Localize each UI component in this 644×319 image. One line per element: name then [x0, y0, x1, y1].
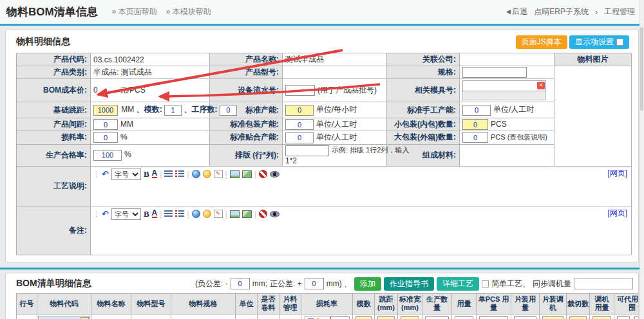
category-value: 半成品: 测试成品	[91, 66, 210, 79]
list-icon[interactable]	[175, 210, 184, 217]
std-capacity-input[interactable]	[285, 105, 314, 116]
drag-handle-icon: ⋮	[93, 210, 99, 217]
modulus-input[interactable]	[164, 105, 182, 116]
bom-column-header: 用量	[452, 293, 477, 314]
serial-hint: (用于产成品批号)	[317, 86, 377, 95]
note-webpage-link[interactable]: [网页]	[607, 208, 627, 219]
spec-input[interactable]	[462, 67, 527, 78]
back-link[interactable]: ◄后退	[504, 6, 527, 17]
process-count-input[interactable]	[220, 105, 237, 116]
list-icon[interactable]	[175, 170, 184, 178]
module-help-link[interactable]: » 本模块帮助	[166, 6, 211, 17]
font-size-select[interactable]: 字号	[111, 169, 141, 180]
material-model-cell	[131, 314, 171, 319]
note-editor-toolbar: ⋮ ↶ 字号 B A | | ✎ | |	[91, 206, 631, 221]
bom-column-header: 模数	[353, 293, 375, 314]
bom-column-header: 物料代码	[37, 293, 91, 314]
base-pitch-input[interactable]	[93, 105, 118, 116]
spec-label: 规格:	[387, 66, 460, 79]
page-js-script-button[interactable]: 页面JS脚本	[516, 35, 567, 49]
material-composition-value	[460, 144, 554, 166]
bom-column-header: 裁切数	[567, 293, 590, 314]
sheet-adjust-input[interactable]	[542, 316, 564, 319]
simple-craft-label: 简单工艺、	[491, 278, 530, 289]
pass-rate-input[interactable]	[93, 150, 122, 161]
production-qty-input[interactable]	[425, 316, 449, 319]
simple-craft-checkbox[interactable]	[482, 280, 489, 287]
serial-input[interactable]	[285, 85, 315, 96]
emoji-icon[interactable]	[203, 210, 211, 218]
preview-eye-icon[interactable]	[270, 211, 279, 217]
undo-icon[interactable]: ↶	[102, 210, 109, 218]
loss-mode-select[interactable]: 固定	[305, 316, 330, 319]
display-settings-button[interactable]: 显示项设置	[569, 35, 629, 49]
sheet-managed-cell: 0	[279, 314, 301, 319]
insert-image-icon[interactable]	[230, 210, 240, 218]
font-color-icon[interactable]: A	[152, 170, 158, 178]
bom-cost-label: BOM成本价:	[17, 79, 91, 102]
align-icon[interactable]	[164, 170, 173, 178]
display-settings-checkbox[interactable]	[616, 39, 623, 46]
sheet-usage-input[interactable]	[514, 316, 536, 319]
bom-column-header: 损耗率	[301, 293, 353, 314]
scrollbar-thumb[interactable]	[640, 27, 643, 111]
add-button[interactable]: 添加	[354, 277, 381, 291]
font-color-icon[interactable]: A	[152, 210, 158, 218]
page-title: 物料BOM清单信息	[6, 5, 98, 19]
upload-image-icon[interactable]	[242, 210, 252, 218]
breadcrumb-system[interactable]: 点晴ERP子系统	[534, 6, 589, 17]
breadcrumb-module[interactable]: 工程管理	[604, 6, 635, 17]
upload-image-icon[interactable]	[242, 170, 252, 178]
sync-adjust-input[interactable]	[574, 278, 633, 289]
block-icon[interactable]	[259, 170, 267, 178]
material-code-field[interactable]	[38, 316, 90, 319]
substitute-to-input[interactable]	[634, 316, 639, 319]
loss-rate-input[interactable]	[93, 132, 118, 143]
page-help-link[interactable]: » 本页面帮助	[112, 6, 157, 17]
substitute-from-input[interactable]	[617, 316, 630, 319]
bold-icon[interactable]: B	[144, 169, 149, 179]
block-icon[interactable]	[259, 210, 267, 218]
craft-editor[interactable]: [网页] ⋮ ↶ 字号 B A | | ✎ | |	[91, 166, 632, 206]
mold-number-display	[462, 91, 546, 100]
work-instruction-button[interactable]: 作业指导书	[384, 277, 434, 291]
detailed-craft-button[interactable]: 详细工艺	[437, 277, 479, 291]
spacing-input[interactable]	[93, 119, 118, 130]
pcs-usage-input[interactable]	[479, 316, 508, 319]
font-size-select[interactable]: 字号	[111, 208, 141, 220]
insert-image-icon[interactable]	[230, 170, 240, 178]
edit-icon[interactable]: ✎	[214, 210, 223, 218]
pitch-row-input[interactable]	[377, 316, 395, 319]
emoji-icon[interactable]	[203, 170, 211, 178]
neg-tolerance-input[interactable]	[231, 278, 250, 289]
undo-icon[interactable]: ↶	[102, 170, 109, 178]
manual-capacity-input[interactable]	[462, 105, 491, 116]
note-editor[interactable]: [网页] ⋮ ↶ 字号 B A | | ✎ | |	[91, 206, 632, 255]
inner-pack-input[interactable]	[462, 119, 488, 130]
link-globe-icon[interactable]	[192, 170, 200, 178]
loss-rate-row-input[interactable]	[330, 316, 350, 319]
modulus-row-input[interactable]	[355, 316, 372, 319]
material-code-picker-icon[interactable]	[80, 317, 89, 319]
edit-icon[interactable]: ✎	[214, 170, 223, 178]
link-globe-icon[interactable]	[192, 210, 200, 218]
usage-input[interactable]	[455, 316, 473, 319]
outer-pack-input[interactable]	[462, 132, 488, 143]
align-icon[interactable]	[164, 210, 173, 217]
std-width-input[interactable]	[401, 316, 419, 319]
pack-capacity-input[interactable]	[285, 119, 314, 130]
mold-number-field[interactable]: ✕	[462, 80, 546, 100]
modulus-label: 、模数:	[137, 105, 162, 114]
scrollbar[interactable]	[639, 0, 644, 319]
material-detail-title: 物料明细信息	[16, 36, 70, 48]
material-image-header: 物料图片	[554, 53, 632, 66]
laminate-capacity-input[interactable]	[285, 132, 314, 143]
bold-icon[interactable]: B	[144, 209, 149, 219]
clear-icon[interactable]: ✕	[537, 82, 545, 89]
adjust-usage-input[interactable]	[592, 316, 611, 319]
craft-webpage-link[interactable]: [网页]	[607, 168, 627, 179]
cut-count-input[interactable]	[569, 316, 587, 319]
layout-input[interactable]	[285, 145, 329, 156]
preview-eye-icon[interactable]	[270, 171, 279, 178]
pos-tolerance-input[interactable]	[305, 278, 324, 289]
